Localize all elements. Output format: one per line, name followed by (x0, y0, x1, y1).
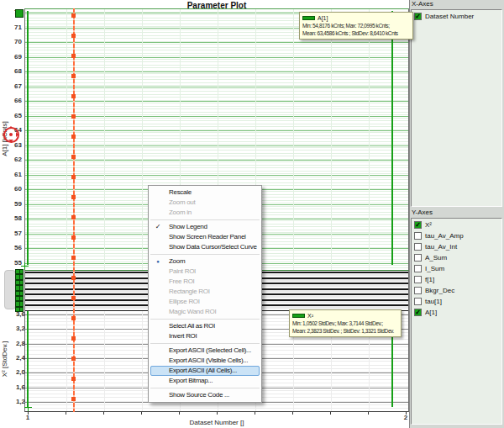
lower-y-axis-title: X² [StdDev.] (1, 337, 9, 381)
context-menu: RescaleZoom outZoom in✓Show LegendShow S… (148, 185, 262, 403)
unchecked-checkbox[interactable] (414, 254, 422, 262)
menu-item-label: Export ASCII (All Cells)... (169, 367, 237, 374)
checked-checkbox[interactable]: ✓ (414, 221, 422, 229)
axis-item-label: X² (425, 221, 432, 229)
menu-item-rescale[interactable]: Rescale (149, 188, 261, 198)
menu-item-ellipse-roi[interactable]: Ellipse ROI (149, 297, 261, 307)
data-column-a-1 (27, 11, 29, 265)
unchecked-checkbox[interactable] (414, 232, 422, 240)
menu-item-label: Show Data Cursor/Select Curve (169, 243, 257, 251)
band-left-panel (4, 270, 16, 309)
menu-item-export-bitmap[interactable]: Export Bitmap... (149, 376, 261, 386)
menu-item-rectangle-roi[interactable]: Rectangle ROI (149, 287, 261, 297)
minor-v-gridline (293, 9, 294, 270)
menu-item-paint-roi[interactable]: Paint ROI (149, 267, 261, 277)
x-axis-item-dataset-number[interactable]: ✓Dataset Number (412, 11, 501, 21)
axis-item-label: tau[1] (425, 298, 442, 305)
cursor-arrow-up-icon (8, 124, 13, 129)
legend-series-name: X² (307, 312, 313, 320)
axis-item-label: Dataset Number (425, 13, 474, 20)
menu-item-label: Ellipse ROI (169, 298, 200, 305)
axis-item-label: I_Sum (425, 265, 444, 272)
y-axes-header: Y-Axes (412, 209, 433, 217)
menu-item-free-roi[interactable]: Free ROI (149, 277, 261, 287)
checked-checkbox[interactable]: ✓ (414, 13, 422, 20)
menu-separator (150, 343, 260, 344)
y-axis-item-tau-1[interactable]: tau[1] (412, 296, 501, 306)
minor-v-gridline (66, 9, 67, 270)
y-axis-item-tau-av-int[interactable]: tau_Av_Int (412, 241, 501, 251)
menu-item-label: Paint ROI (169, 267, 196, 275)
x-minor-tick (255, 412, 255, 415)
x-minor-tick (66, 412, 66, 415)
unchecked-checkbox[interactable] (414, 287, 422, 294)
menu-item-export-ascii-visible-cells[interactable]: Export ASCII (Visible Cells)... (149, 356, 261, 366)
menu-item-zoom-in[interactable]: Zoom in (149, 208, 261, 218)
y-axis-item-a-1[interactable]: ✓A[1] (412, 307, 501, 317)
menu-separator (150, 219, 260, 220)
menu-item-show-screen-reader-panel[interactable]: Show Screen Reader Panel (149, 232, 261, 242)
upper-y-tick-label: 58 (0, 215, 22, 222)
axis-item-label: tau_Av_Amp (425, 232, 464, 240)
cursor-line-dot (71, 175, 76, 179)
x-minor-tick (179, 412, 180, 415)
y-axis-item-bkgr-dec[interactable]: Bkgr_Dec (412, 285, 501, 295)
menu-item-zoom[interactable]: ●Zoom (149, 256, 261, 267)
menu-item-label: Show Legend (169, 223, 207, 230)
menu-item-export-ascii-all-cells[interactable]: Export ASCII (All Cells)... (150, 366, 260, 376)
cursor-line-dot (71, 114, 76, 119)
menu-item-show-source-code[interactable]: Show Source Code ... (149, 390, 261, 400)
unchecked-checkbox[interactable] (414, 265, 422, 272)
menu-item-label: Rescale (169, 188, 192, 196)
major-gridline (25, 175, 408, 176)
x-minor-tick (292, 412, 293, 415)
selected-column-roi-bar[interactable] (15, 269, 24, 312)
cursor-line-dot (71, 135, 76, 139)
upper-y-tick-label: 71 (0, 24, 22, 31)
menu-item-show-legend[interactable]: ✓Show Legend (149, 222, 261, 232)
menu-item-label: Invert ROI (169, 332, 197, 340)
menu-separator (150, 388, 260, 388)
parameter-plot-window: Parameter Plot A[1] [kCnts] X² [StdDev.]… (0, 0, 504, 428)
unchecked-checkbox[interactable] (414, 298, 422, 305)
upper-y-tick-label: 68 (0, 68, 22, 75)
minor-v-gridline (142, 9, 143, 270)
data-point-square-marker (15, 9, 24, 18)
upper-y-tick-label: 55 (0, 260, 22, 267)
y-axis-item-tau-av-amp[interactable]: tau_Av_Amp (412, 230, 501, 240)
checked-checkbox[interactable]: ✓ (414, 309, 422, 316)
legend-chi2[interactable]: X² Min: 1,0502 StdDev.; Max: 3,7144 StdD… (289, 309, 402, 337)
menu-item-label: Zoom in (169, 209, 192, 216)
legend-a1[interactable]: A[1] Min: 54,8176 kCnts; Max: 72,0995 kC… (299, 12, 413, 40)
cursor-line-dot (71, 195, 76, 199)
upper-y-tick-label: 60 (0, 186, 22, 193)
cursor-line-dot (71, 256, 76, 260)
y-axis-item-x[interactable]: ✓X² (412, 219, 501, 230)
unchecked-checkbox[interactable] (414, 243, 422, 251)
cursor-line-dot (71, 296, 76, 300)
data-cursor-line[interactable] (73, 8, 75, 412)
menu-item-magic-wand-roi[interactable]: Magic Wand ROI (149, 307, 261, 317)
menu-item-label: Export Bitmap... (169, 377, 213, 384)
cursor-line-dot (71, 54, 76, 58)
y-axis-item-f-1[interactable]: f[1] (412, 274, 501, 284)
y-axis-item-a-sum[interactable]: A_Sum (412, 252, 501, 262)
major-gridline (25, 101, 408, 102)
menu-item-export-ascii-selected-cell[interactable]: Export ASCII (Selected Cell)... (149, 346, 261, 356)
checkmark-icon: ✓ (152, 222, 164, 232)
cursor-line-dot (71, 215, 76, 219)
menu-item-invert-roi[interactable]: Invert ROI (149, 331, 261, 341)
menu-item-zoom-out[interactable]: Zoom out (149, 198, 261, 208)
menu-item-label: Zoom (169, 257, 185, 265)
upper-y-tick-label: 66 (0, 98, 22, 104)
y-axes-panel: ✓X²tau_Av_Amptau_Av_IntA_SumI_Sumf[1]Bkg… (411, 218, 502, 425)
cursor-line-dot (71, 74, 76, 78)
menu-item-select-all-as-roi[interactable]: Select All as ROI (149, 321, 261, 331)
menu-item-label: Select All as ROI (169, 322, 215, 330)
menu-item-show-data-cursor-select-curve[interactable]: Show Data Cursor/Select Curve (149, 242, 261, 252)
major-gridline (25, 160, 408, 161)
y-axis-item-i-sum[interactable]: I_Sum (412, 263, 501, 273)
unchecked-checkbox[interactable] (414, 276, 422, 283)
cursor-line-dot (71, 276, 76, 280)
cursor-arrow-left-icon (0, 132, 5, 137)
